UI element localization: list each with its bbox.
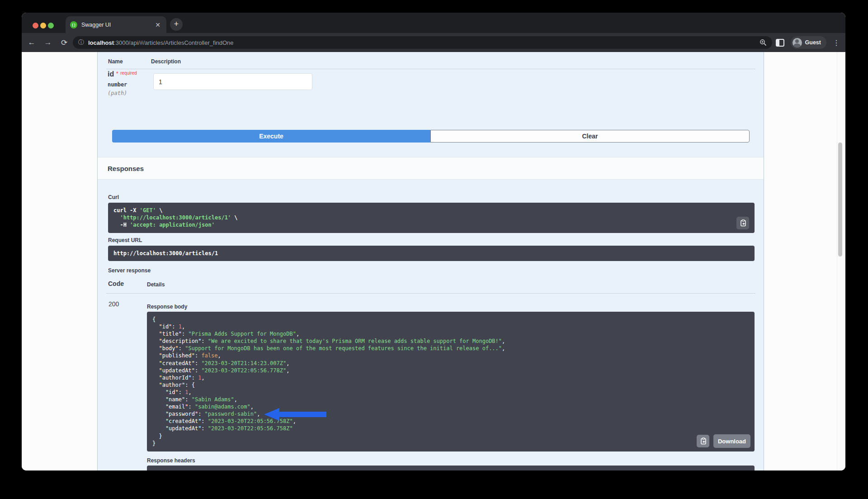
- execute-button[interactable]: Execute: [112, 130, 430, 143]
- response-body-block: { "id": 1, "title": "Prisma Adds Support…: [147, 312, 755, 451]
- required-star: *: [116, 70, 118, 77]
- request-url-value: http://localhost:3000/articles/1: [108, 246, 755, 261]
- window-minimize-button[interactable]: [40, 23, 46, 29]
- responses-title: Responses: [108, 165, 144, 172]
- profile-label: Guest: [805, 39, 821, 46]
- curl-label: Curl: [108, 194, 119, 200]
- browser-menu-icon[interactable]: ⋮: [833, 38, 840, 47]
- copy-curl-button[interactable]: [736, 217, 749, 229]
- response-body-label: Response body: [147, 304, 187, 310]
- url-text: localhost:3000/api/#/articles/ArticlesCo…: [88, 39, 760, 46]
- required-label: required: [120, 71, 137, 76]
- download-button[interactable]: Download: [713, 434, 750, 448]
- parameters-description-header: Description: [151, 58, 181, 65]
- window-zoom-button[interactable]: [48, 23, 54, 29]
- details-column-header: Details: [147, 281, 165, 288]
- profile-chip[interactable]: Guest: [791, 36, 826, 49]
- reload-icon[interactable]: ⟳: [58, 38, 71, 48]
- status-code: 200: [108, 300, 119, 308]
- scrollbar-track[interactable]: [837, 52, 844, 470]
- page-content: Name Description id * required number (p…: [22, 52, 845, 470]
- url-bar[interactable]: ⓘ localhost:3000/api/#/articles/Articles…: [73, 36, 772, 49]
- parameter-type: number: [108, 81, 137, 88]
- parameter-name: id: [108, 70, 114, 78]
- annotation-arrow-icon: [264, 407, 326, 422]
- side-panel-icon[interactable]: [776, 39, 784, 47]
- parameter-id: id * required number (path): [108, 70, 137, 96]
- parameter-location: (path): [108, 90, 137, 96]
- id-value-input[interactable]: [153, 73, 312, 90]
- tab-strip: { } Swagger UI ✕ +: [22, 13, 845, 33]
- tab-close-icon[interactable]: ✕: [154, 21, 162, 29]
- scrollbar-thumb[interactable]: [838, 143, 842, 257]
- code-column-header: Code: [108, 280, 124, 287]
- new-tab-button[interactable]: +: [170, 18, 183, 31]
- response-headers-block: [147, 466, 755, 470]
- forward-icon[interactable]: →: [42, 38, 54, 47]
- page-zoom-icon[interactable]: [760, 39, 767, 46]
- avatar: [793, 38, 802, 48]
- tab-title: Swagger UI: [81, 22, 154, 28]
- back-icon[interactable]: ←: [25, 38, 38, 47]
- response-headers-label: Response headers: [147, 457, 195, 464]
- request-url-label: Request URL: [108, 237, 142, 243]
- swagger-favicon-icon: { }: [70, 21, 77, 29]
- server-response-label: Server response: [108, 267, 151, 274]
- window-close-button[interactable]: [33, 23, 38, 29]
- parameters-name-header: Name: [108, 58, 123, 65]
- site-info-icon[interactable]: ⓘ: [78, 38, 84, 47]
- browser-window: { } Swagger UI ✕ + ← → ⟳ ⓘ localhost:300…: [22, 13, 845, 470]
- clear-button[interactable]: Clear: [430, 130, 750, 143]
- operation-panel: Name Description id * required number (p…: [97, 52, 764, 470]
- browser-toolbar: ← → ⟳ ⓘ localhost:3000/api/#/articles/Ar…: [22, 33, 845, 52]
- copy-response-button[interactable]: [697, 435, 709, 447]
- parameters-header-divider: [106, 69, 755, 69]
- curl-code-block: curl -X 'GET' \ 'http://localhost:3000/a…: [108, 203, 755, 233]
- responses-header-row: Responses: [98, 157, 764, 180]
- tab-swagger-ui[interactable]: { } Swagger UI ✕: [66, 16, 166, 33]
- server-response-divider: [106, 293, 755, 294]
